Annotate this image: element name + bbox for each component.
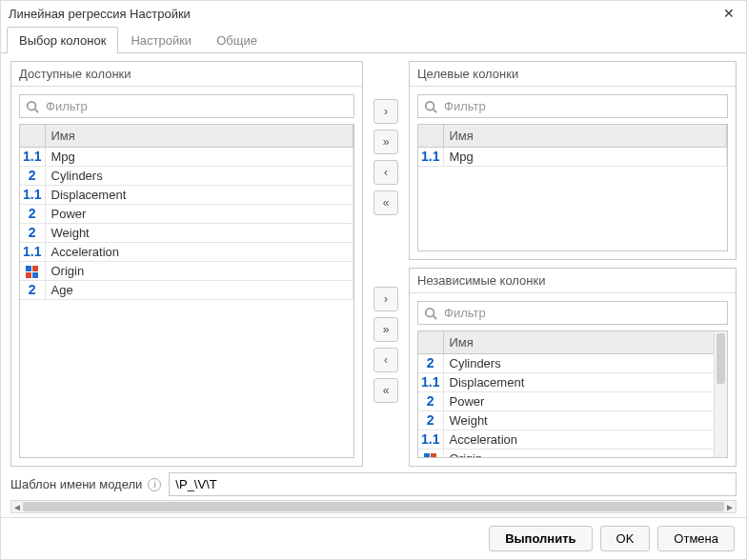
search-icon [26,100,39,113]
horizontal-scrollbar[interactable]: ◄ ► [10,500,737,513]
column-name-cell: Weight [45,224,353,243]
int-type-icon: 2 [427,394,434,408]
dialog-footer: Выполнить OK Отмена [1,517,746,559]
table-row[interactable]: 1.1 Acceleration [20,243,353,262]
table-row[interactable]: 2 Weight [418,411,727,430]
target-columns-title: Целевые колонки [410,62,736,87]
move-all-from-target-button[interactable]: « [374,190,398,215]
table-row[interactable]: 1.1 Mpg [20,148,353,167]
tab-general[interactable]: Общие [204,27,270,53]
svg-line-3 [434,109,437,112]
scroll-left-icon[interactable]: ◄ [11,501,23,512]
scroll-right-icon[interactable]: ► [724,501,736,512]
run-button[interactable]: Выполнить [489,526,592,551]
name-header: Имя [443,125,727,148]
available-filter-input[interactable] [44,98,348,114]
name-header: Имя [45,125,353,148]
category-type-icon [424,453,436,458]
int-type-icon: 2 [29,169,36,182]
table-row[interactable]: 2 Cylinders [20,167,353,186]
move-to-target-button[interactable]: › [374,99,398,124]
model-template-input[interactable] [169,472,737,496]
float-type-icon: 1.1 [23,245,41,258]
tab-settings[interactable]: Настройки [118,27,204,53]
move-all-to-independent-button[interactable]: » [374,317,398,342]
column-name-cell: Origin [45,262,353,281]
column-name-cell: Cylinders [443,354,727,373]
target-filter-input[interactable] [442,98,721,114]
vertical-scrollbar[interactable] [714,331,727,457]
target-transfer-buttons: › » ‹ « [371,61,401,260]
tab-bar: Выбор колонок Настройки Общие [1,26,746,53]
float-type-icon: 1.1 [421,432,439,446]
table-row[interactable]: 2 Cylinders [418,354,727,373]
ok-button[interactable]: OK [600,526,651,551]
independent-transfer-buttons: › » ‹ « [371,268,401,467]
table-row[interactable]: 1.1 Displacement [418,373,727,392]
column-name-cell: Age [45,281,353,300]
target-group: › » ‹ « Целевые колонки [371,61,737,260]
svg-point-0 [28,101,36,110]
int-type-icon: 2 [29,207,36,220]
info-icon[interactable]: i [148,478,161,491]
int-type-icon: 2 [427,413,434,427]
table-row[interactable]: 2 Power [20,205,353,224]
column-name-cell: Weight [443,411,727,430]
target-filter[interactable] [417,94,728,118]
table-row[interactable]: 1.1 Acceleration [418,430,727,450]
float-type-icon: 1.1 [23,188,41,201]
move-all-from-independent-button[interactable]: « [374,378,398,403]
column-name-cell: Origin [443,450,727,459]
tab-select-columns[interactable]: Выбор колонок [7,27,118,53]
int-type-icon: 2 [29,283,36,296]
available-columns-table[interactable]: Имя 1.1 Mpg 2 Cylinders 1.1 Displacement… [19,124,354,458]
titlebar: Линейная регрессия Настройки ✕ [1,1,746,26]
target-columns-panel: Целевые колонки Имя [409,61,737,260]
column-name-cell: Acceleration [443,430,727,450]
move-from-target-button[interactable]: ‹ [374,160,398,185]
float-type-icon: 1.1 [23,150,41,163]
model-template-label-group: Шаблон имени модели i [10,477,161,491]
column-name-cell: Acceleration [45,243,353,262]
cancel-button[interactable]: Отмена [657,526,735,551]
target-columns-table[interactable]: Имя 1.1 Mpg [417,124,728,251]
column-name-cell: Displacement [443,373,727,392]
table-row[interactable]: 1.1 Displacement [20,186,353,205]
table-row[interactable]: Origin [418,450,727,459]
search-icon [424,307,437,320]
column-name-cell: Displacement [45,186,353,205]
table-row[interactable]: Origin [20,262,353,281]
svg-point-4 [426,308,434,316]
model-template-label: Шаблон имени модели [10,477,142,491]
move-all-to-target-button[interactable]: » [374,130,398,154]
independent-group: › » ‹ « Независимые колонки [371,268,737,467]
table-row[interactable]: 2 Power [418,392,727,411]
type-header [20,125,45,148]
float-type-icon: 1.1 [421,375,439,389]
column-name-cell: Power [45,205,353,224]
right-stack: › » ‹ « Целевые колонки [371,61,737,467]
independent-columns-table[interactable]: Имя 2 Cylinders 1.1 Displacement 2 Power… [417,330,728,458]
available-filter[interactable] [19,94,354,118]
window-title: Линейная регрессия Настройки [9,7,191,21]
int-type-icon: 2 [29,226,36,239]
svg-line-1 [35,109,39,112]
move-to-independent-button[interactable]: › [374,287,398,311]
move-from-independent-button[interactable]: ‹ [374,348,398,372]
tab-content: Доступные колонки Имя 1.1 Mpg 2 [1,53,746,517]
table-row[interactable]: 2 Weight [20,224,353,243]
close-icon[interactable]: ✕ [719,6,738,21]
table-row[interactable]: 1.1 Mpg [418,148,727,167]
independent-filter[interactable] [417,301,728,325]
svg-point-2 [426,101,434,110]
independent-filter-input[interactable] [442,305,721,321]
float-type-icon: 1.1 [421,150,439,163]
table-row[interactable]: 2 Age [20,281,353,300]
independent-columns-panel: Независимые колонки Имя [409,268,737,467]
svg-line-5 [434,315,437,319]
available-columns-panel: Доступные колонки Имя 1.1 Mpg 2 [10,61,363,467]
model-template-row: Шаблон имени модели i [10,467,737,498]
name-header: Имя [443,331,727,354]
available-columns-title: Доступные колонки [11,62,362,87]
column-name-cell: Mpg [45,148,353,167]
